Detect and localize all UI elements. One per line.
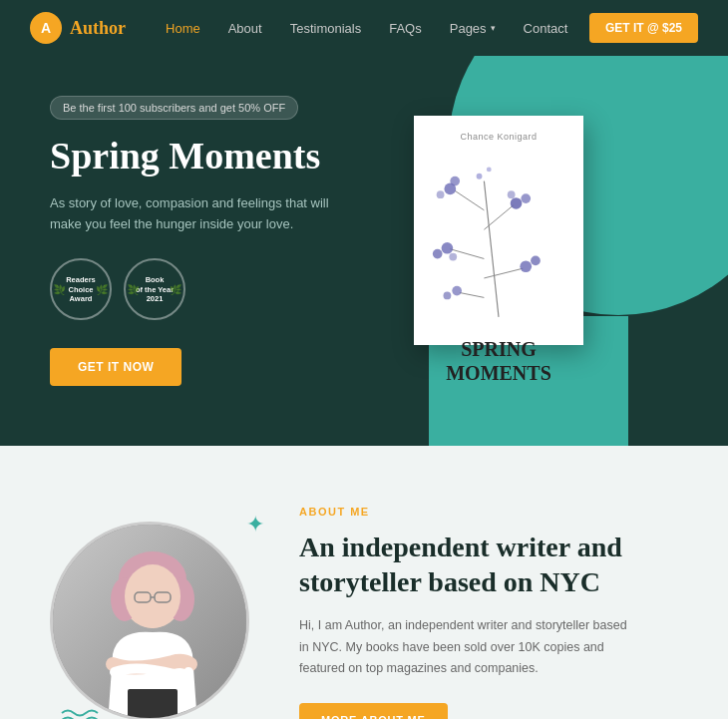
book-flowers-decoration: [426, 150, 571, 329]
nav-links: Home About Testimonials FAQs Pages ▾ Con…: [166, 21, 589, 36]
hero-badge: Be the first 100 subscribers and get 50%…: [50, 96, 298, 120]
hero-subtitle: As story of love, compasion and feelings…: [50, 193, 349, 235]
nav-contact[interactable]: Contact: [524, 21, 568, 36]
brand-name: Author: [70, 18, 126, 39]
hero-content: Be the first 100 subscribers and get 50%…: [50, 96, 349, 386]
waves-svg: [60, 708, 120, 719]
nav-about[interactable]: About: [228, 21, 262, 36]
svg-point-13: [433, 249, 443, 259]
svg-point-7: [450, 177, 460, 186]
book-author-name: Chance Konigard: [426, 132, 571, 142]
logo-icon: A: [30, 12, 62, 44]
author-photo: [50, 522, 249, 719]
award-badge-book-of-year: Bookof the Year2021: [124, 258, 185, 320]
svg-point-12: [442, 242, 454, 254]
logo-area[interactable]: A Author: [30, 12, 126, 44]
book-flower-svg: [426, 150, 571, 329]
chevron-down-icon: ▾: [491, 23, 496, 33]
hero-title: Spring Moments: [50, 136, 349, 178]
about-cta-button[interactable]: MORE ABOUT ME: [299, 703, 448, 719]
svg-line-1: [455, 190, 484, 209]
svg-point-19: [477, 174, 483, 180]
about-content: ABOUT ME An independent writer and story…: [299, 506, 678, 719]
svg-point-16: [531, 256, 541, 266]
book-cover-container: Chance Konigard: [414, 116, 598, 345]
svg-point-11: [508, 190, 516, 198]
svg-point-17: [452, 286, 462, 296]
svg-point-18: [444, 292, 452, 300]
svg-point-20: [487, 167, 492, 172]
svg-line-4: [484, 268, 523, 278]
svg-point-14: [449, 253, 457, 261]
nav-faqs[interactable]: FAQs: [389, 21, 422, 36]
svg-point-10: [521, 193, 531, 203]
book-cover: Chance Konigard: [414, 116, 583, 345]
teal-star-decoration: ✦: [246, 512, 264, 538]
hero-section: Be the first 100 subscribers and get 50%…: [0, 56, 728, 446]
nav-cta-button[interactable]: GET IT @ $25: [589, 13, 698, 43]
svg-point-15: [520, 260, 532, 272]
nav-testimonials[interactable]: Testimonials: [290, 21, 362, 36]
svg-line-5: [460, 293, 484, 298]
svg-point-9: [511, 197, 523, 209]
about-heading: An independent writer and storyteller ba…: [299, 530, 678, 599]
svg-rect-31: [128, 689, 178, 719]
nav-pages[interactable]: Pages ▾: [450, 21, 496, 36]
author-photo-svg: [53, 525, 249, 719]
navbar: A Author Home About Testimonials FAQs Pa…: [0, 0, 728, 56]
award-badge-readers-choice: ReadersChoiceAward: [50, 258, 112, 320]
author-photo-container: ✦: [50, 522, 249, 719]
svg-point-27: [125, 564, 181, 628]
about-label: ABOUT ME: [299, 506, 678, 518]
hero-cta-button[interactable]: GET IT NOW: [50, 348, 182, 386]
nav-home[interactable]: Home: [166, 21, 200, 36]
about-section: ✦ ABOUT ME An independent writer and sto…: [0, 446, 728, 719]
awards-row: ReadersChoiceAward Bookof the Year2021: [50, 258, 349, 320]
about-body-text: Hi, I am Author, an independent writer a…: [299, 615, 638, 679]
book-title: SPRING MOMENTS: [426, 337, 571, 385]
teal-waves-decoration: [60, 708, 120, 719]
svg-point-8: [437, 190, 445, 198]
svg-line-0: [484, 181, 499, 317]
